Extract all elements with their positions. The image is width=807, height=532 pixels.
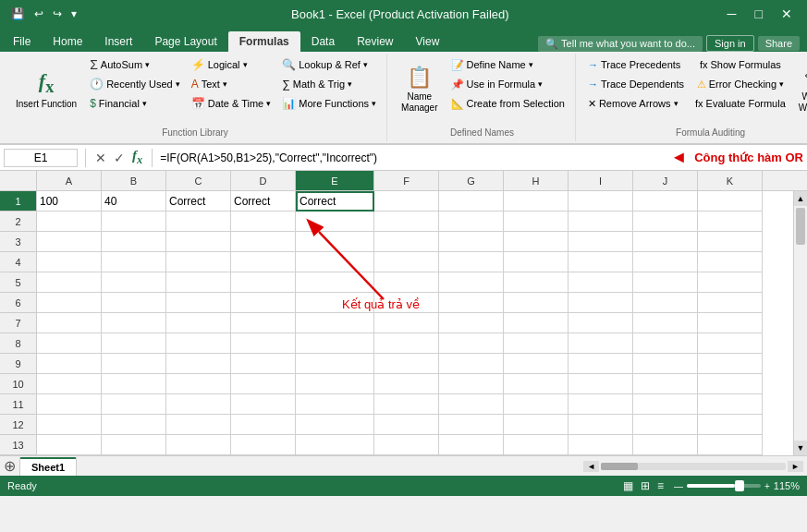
- row-header-1[interactable]: 1: [0, 191, 36, 212]
- text-btn[interactable]: A Text ▾: [187, 75, 276, 93]
- cell-F1[interactable]: [374, 191, 439, 212]
- cell-G1[interactable]: [439, 191, 504, 212]
- cell-B1[interactable]: 40: [102, 191, 166, 212]
- cell-G2[interactable]: [439, 212, 504, 232]
- cell-F2[interactable]: [374, 212, 439, 232]
- tab-file[interactable]: File: [2, 31, 42, 52]
- col-header-I[interactable]: I: [569, 171, 633, 190]
- financial-btn[interactable]: $ Financial ▾: [85, 94, 185, 113]
- more-functions-btn[interactable]: 📊 More Functions ▾: [277, 94, 381, 113]
- col-header-J[interactable]: J: [633, 171, 698, 190]
- cell-H1[interactable]: [504, 191, 569, 212]
- row-header-5[interactable]: 5: [0, 272, 36, 293]
- save-quick-btn[interactable]: 💾: [7, 6, 29, 22]
- name-manager-btn[interactable]: 📋 NameManager: [395, 55, 444, 124]
- scroll-thumb[interactable]: [796, 208, 805, 245]
- use-in-formula-btn[interactable]: 📌 Use in Formula ▾: [446, 75, 569, 93]
- zoom-in-btn[interactable]: +: [764, 481, 770, 491]
- cell-E1[interactable]: Correct: [296, 191, 374, 212]
- page-break-view-btn[interactable]: ≡: [654, 478, 666, 493]
- tab-data[interactable]: Data: [300, 31, 346, 52]
- signin-btn[interactable]: Sign in: [706, 35, 754, 52]
- close-btn[interactable]: ✕: [774, 3, 800, 25]
- col-header-K[interactable]: K: [698, 171, 763, 190]
- zoom-handle[interactable]: [735, 480, 744, 491]
- row-header-10[interactable]: 10: [0, 374, 36, 394]
- h-scroll-thumb[interactable]: [601, 463, 638, 470]
- cell-I2[interactable]: [569, 212, 633, 232]
- trace-dependents-btn[interactable]: → Trace Dependents: [583, 75, 689, 93]
- col-header-F[interactable]: F: [374, 171, 439, 190]
- col-header-H[interactable]: H: [504, 171, 569, 190]
- tell-me-box[interactable]: 🔍 Tell me what you want to do...: [538, 36, 703, 52]
- vertical-scrollbar[interactable]: ▲ ▼: [793, 191, 807, 455]
- cell-E2[interactable]: [296, 212, 374, 232]
- cell-D2[interactable]: [231, 212, 296, 232]
- autosum-btn[interactable]: Σ AutoSum ▾: [85, 55, 185, 74]
- row-header-13[interactable]: 13: [0, 435, 36, 455]
- create-from-selection-btn[interactable]: 📐 Create from Selection: [446, 94, 569, 113]
- watch-window-btn[interactable]: 👁 WatchWindow: [792, 55, 807, 124]
- row-header-9[interactable]: 9: [0, 354, 36, 374]
- scroll-right-btn[interactable]: ►: [788, 461, 803, 472]
- row-header-11[interactable]: 11: [0, 394, 36, 415]
- customize-btn[interactable]: ▾: [67, 6, 80, 22]
- lookup-btn[interactable]: 🔍 Lookup & Ref ▾: [277, 55, 381, 74]
- scroll-up-btn[interactable]: ▲: [794, 191, 807, 206]
- redo-btn[interactable]: ↪: [49, 6, 66, 22]
- cell-K1[interactable]: [698, 191, 763, 212]
- scroll-track[interactable]: [794, 206, 807, 441]
- share-btn[interactable]: Share: [758, 36, 800, 51]
- tab-page-layout[interactable]: Page Layout: [143, 31, 227, 52]
- cell-C1[interactable]: Correct: [166, 191, 231, 212]
- logical-btn[interactable]: ⚡ Logical ▾: [187, 55, 276, 74]
- zoom-out-btn[interactable]: —: [674, 481, 683, 491]
- row-header-2[interactable]: 2: [0, 212, 36, 232]
- cell-C2[interactable]: [166, 212, 231, 232]
- sheet-tab-sheet1[interactable]: Sheet1: [19, 457, 77, 476]
- trace-precedents-btn[interactable]: → Trace Precedents: [583, 55, 689, 74]
- row-header-7[interactable]: 7: [0, 313, 36, 333]
- cell-K2[interactable]: [698, 212, 763, 232]
- error-checking-btn[interactable]: ⚠ Error Checking ▾: [692, 75, 789, 93]
- col-header-B[interactable]: B: [102, 171, 166, 190]
- cancel-formula-icon[interactable]: ✕: [93, 149, 108, 167]
- insert-function-formula-icon[interactable]: fx: [130, 146, 144, 169]
- row-header-6[interactable]: 6: [0, 293, 36, 313]
- tab-insert[interactable]: Insert: [93, 31, 143, 52]
- formula-input[interactable]: [160, 151, 666, 164]
- cell-A1[interactable]: 100: [37, 191, 102, 212]
- cell-A2[interactable]: [37, 212, 102, 232]
- add-sheet-btn[interactable]: ⊕: [0, 457, 19, 475]
- zoom-slider[interactable]: [687, 484, 761, 488]
- insert-function-btn[interactable]: fx Insert Function: [9, 55, 83, 124]
- row-header-4[interactable]: 4: [0, 252, 36, 272]
- cell-D1[interactable]: Correct: [231, 191, 296, 212]
- col-header-G[interactable]: G: [439, 171, 504, 190]
- normal-view-btn[interactable]: ▦: [620, 478, 636, 493]
- tab-review[interactable]: Review: [346, 31, 404, 52]
- scroll-down-btn[interactable]: ▼: [794, 441, 807, 455]
- row-header-3[interactable]: 3: [0, 232, 36, 252]
- evaluate-formula-btn[interactable]: fx Evaluate Formula: [691, 94, 790, 113]
- row-header-12[interactable]: 12: [0, 415, 36, 435]
- tab-view[interactable]: View: [405, 31, 451, 52]
- math-btn[interactable]: ∑ Math & Trig ▾: [277, 75, 381, 93]
- col-header-E[interactable]: E: [296, 171, 374, 190]
- cell-H2[interactable]: [504, 212, 569, 232]
- undo-btn[interactable]: ↩: [31, 6, 47, 22]
- cell-J2[interactable]: [633, 212, 698, 232]
- name-box[interactable]: [4, 149, 78, 167]
- cell-B2[interactable]: [102, 212, 166, 232]
- maximize-btn[interactable]: □: [748, 3, 770, 25]
- cell-J1[interactable]: [633, 191, 698, 212]
- recently-used-btn[interactable]: 🕐 Recently Used ▾: [85, 75, 185, 93]
- scroll-left-btn[interactable]: ◄: [583, 461, 599, 472]
- tab-formulas[interactable]: Formulas: [228, 31, 300, 52]
- enter-formula-icon[interactable]: ✓: [112, 149, 127, 167]
- col-header-A[interactable]: A: [37, 171, 102, 190]
- minimize-btn[interactable]: ─: [720, 3, 744, 25]
- col-header-D[interactable]: D: [231, 171, 296, 190]
- tab-home[interactable]: Home: [42, 31, 93, 52]
- corner-cell[interactable]: [0, 171, 37, 190]
